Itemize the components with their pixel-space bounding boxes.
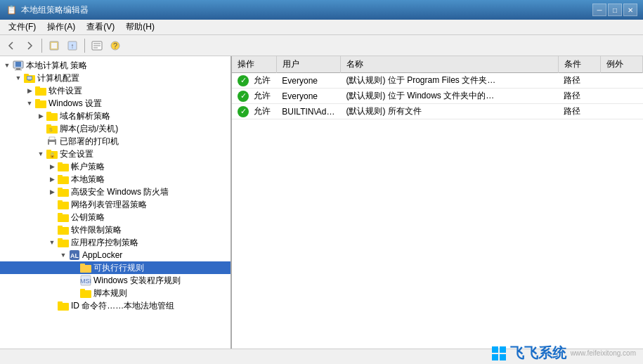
- menu-view[interactable]: 查看(V): [81, 20, 120, 34]
- tree-item-firewall[interactable]: ▶ 高级安全 Windows 防火墙: [0, 186, 230, 198]
- col-action[interactable]: 操作: [232, 56, 276, 73]
- menu-action[interactable]: 操作(A): [41, 20, 81, 34]
- svg-text:↑: ↑: [71, 42, 74, 50]
- win-quad-tl: [492, 346, 498, 353]
- tree-label-id: ID 命令符……本地法地管组: [71, 300, 174, 312]
- folder-icon-software: [35, 85, 46, 96]
- table-row[interactable]: ✓ 允许 Everyone (默认规则) 位于 Program Files 文件…: [232, 73, 643, 89]
- tree-label-scripts: 脚本(启动/关机): [60, 123, 118, 135]
- tree-item-id[interactable]: ID 命令符……本地法地管组: [0, 299, 230, 312]
- tree-label-account-policy: 帐户策略: [71, 161, 105, 173]
- tree-label-computer-config: 计算机配置: [37, 72, 79, 84]
- svg-rect-52: [80, 264, 85, 266]
- svg-rect-56: [80, 289, 85, 292]
- tree-label-printers: 已部署的打印机: [60, 136, 119, 148]
- cell-condition-3: 路径: [558, 104, 600, 119]
- toolbar-sep-2: [84, 39, 85, 53]
- expander-computer-config[interactable]: ▼: [13, 72, 24, 84]
- svg-rect-38: [58, 175, 63, 178]
- help-button[interactable]: ?: [107, 37, 124, 54]
- tree-item-appctr[interactable]: ▼ 应用程序控制策略: [0, 236, 230, 249]
- table-row[interactable]: ✓ 允许 Everyone (默认规则) 位于 Windows 文件夹中的… 路…: [232, 89, 643, 104]
- properties-button[interactable]: [89, 37, 105, 54]
- tree-item-applocker[interactable]: ▼ AL AppLocker: [0, 249, 230, 261]
- tree-item-script-rules[interactable]: 脚本规则: [0, 287, 230, 299]
- cell-name-2: (默认规则) 位于 Windows 文件夹中的…: [340, 89, 558, 104]
- cell-condition-2: 路径: [558, 89, 600, 104]
- forward-button[interactable]: [21, 37, 38, 54]
- expander-security[interactable]: ▼: [35, 148, 46, 160]
- cell-action-3: ✓ 允许: [232, 104, 276, 119]
- tree-item-network-list[interactable]: 网络列表管理器策略: [0, 198, 230, 211]
- col-name[interactable]: 名称: [340, 56, 558, 73]
- tree-label-root: 本地计算机 策略: [26, 60, 87, 72]
- expander-applocker[interactable]: ▼: [58, 249, 69, 261]
- tree-item-scripts[interactable]: ▶ S 脚本(启动/关机): [0, 122, 230, 135]
- rules-table: 操作 用户 名称 条件 例外 ✓ 允许 Everyone (默认规则) 位于 P…: [232, 56, 643, 119]
- tree-label-msi-rules: Windows 安装程序规则: [93, 275, 181, 287]
- cell-exception-2: [600, 89, 642, 104]
- cell-exception-1: [600, 73, 642, 89]
- tree-item-msi-rules[interactable]: MSI Windows 安装程序规则: [0, 274, 230, 287]
- close-button[interactable]: ✕: [623, 4, 637, 16]
- tree-item-root[interactable]: ▼ 本地计算机 策略: [0, 59, 230, 72]
- svg-rect-11: [15, 62, 21, 67]
- svg-rect-23: [35, 99, 40, 102]
- expander-windows-settings[interactable]: ▼: [24, 98, 35, 109]
- tree-panel[interactable]: ▼ 本地计算机 策略 ▼: [0, 56, 232, 349]
- tree-item-computer-config[interactable]: ▼ 计算机配置: [0, 72, 230, 84]
- svg-text:S: S: [49, 127, 53, 132]
- back-button[interactable]: [3, 37, 20, 54]
- tree-item-windows-settings[interactable]: ▼ Windows 设置: [0, 97, 230, 110]
- col-user[interactable]: 用户: [276, 56, 340, 73]
- tree-label-appctr: 应用程序控制策略: [71, 237, 138, 249]
- folder-icon-windows-settings: [35, 98, 46, 109]
- tree-item-software-restrict[interactable]: 软件限制策略: [0, 223, 230, 236]
- cell-action-1: ✓ 允许: [232, 73, 276, 89]
- table-row[interactable]: ✓ 允许 BUILTIN\Ad… (默认规则) 所有文件 路径: [232, 104, 643, 119]
- tree-item-dns[interactable]: ▶ 域名解析策略: [0, 110, 230, 122]
- tree-item-account-policy[interactable]: ▶ 帐户策略: [0, 160, 230, 173]
- printer-icon: [46, 136, 58, 147]
- expander-appctr[interactable]: ▼: [46, 237, 58, 248]
- svg-rect-31: [49, 137, 55, 140]
- folder-icon-executable-rules: [80, 262, 91, 273]
- col-condition[interactable]: 条件: [558, 56, 600, 73]
- refresh-button[interactable]: [46, 37, 63, 54]
- tree-item-pubkey[interactable]: 公钥策略: [0, 211, 230, 223]
- tree-item-printers[interactable]: ▶ 已部署的打印机: [0, 135, 230, 148]
- folder-icon-firewall: [58, 186, 69, 197]
- folder-icon-script-rules: [80, 287, 91, 299]
- minimize-button[interactable]: ─: [592, 4, 606, 16]
- menu-help[interactable]: 帮助(H): [120, 20, 160, 34]
- cell-user-2: Everyone: [276, 89, 340, 104]
- tree-item-security[interactable]: ▼ 🔒 安全设置: [0, 148, 230, 160]
- folder-icon-network-list: [58, 199, 69, 210]
- expander-dns[interactable]: ▶: [35, 110, 46, 122]
- maximize-button[interactable]: □: [608, 4, 622, 16]
- svg-rect-36: [58, 162, 63, 165]
- tree-item-software[interactable]: ▶ 软件设置: [0, 84, 230, 97]
- col-exception[interactable]: 例外: [600, 56, 642, 73]
- allow-icon-1: ✓: [238, 75, 249, 86]
- folder-icon-computer-config: [24, 72, 35, 84]
- expander-root[interactable]: ▼: [1, 60, 13, 71]
- expander-account-policy[interactable]: ▶: [46, 161, 58, 172]
- expander-software[interactable]: ▶: [24, 85, 35, 96]
- folder-icon-software-restrict: [58, 224, 69, 235]
- tree-item-local-policy[interactable]: ▶ 本地策略: [0, 173, 230, 186]
- folder-icon-appctr: [58, 237, 69, 248]
- tree-label-pubkey: 公钥策略: [71, 212, 105, 223]
- win-quad-br: [500, 354, 506, 360]
- expander-firewall[interactable]: ▶: [46, 186, 58, 197]
- expander-local-policy[interactable]: ▶: [46, 174, 58, 185]
- folder-icon-pubkey: [58, 212, 69, 223]
- svg-text:MSI: MSI: [80, 278, 91, 285]
- right-panel: 操作 用户 名称 条件 例外 ✓ 允许 Everyone (默认规则) 位于 P…: [232, 56, 643, 349]
- logo-text: 飞飞系统: [510, 344, 566, 363]
- tree-item-executable-rules[interactable]: 可执行行规则: [0, 261, 230, 274]
- menu-file[interactable]: 文件(F): [3, 20, 41, 34]
- up-button[interactable]: ↑: [64, 37, 81, 54]
- folder-icon-scripts: S: [46, 123, 58, 134]
- svg-rect-18: [27, 77, 32, 79]
